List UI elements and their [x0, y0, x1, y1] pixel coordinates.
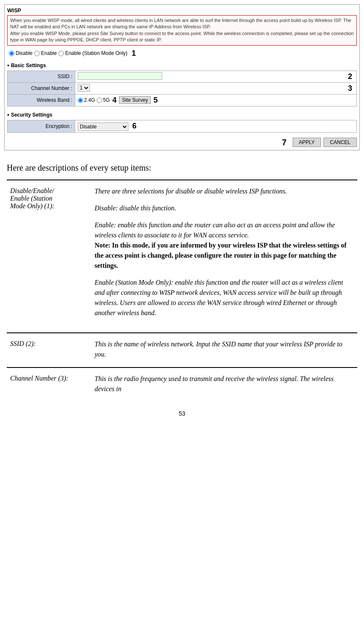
- wireless-band-options: 2.4G 5G 4 Site Survey 5: [78, 96, 354, 105]
- wireless-band-row: Wireless Band : 2.4G 5G 4: [8, 94, 357, 106]
- desc-table-3: Channel Number (3): This is the radio fr…: [7, 371, 357, 397]
- desc-divider-2: [7, 332, 357, 333]
- apply-button[interactable]: APPLY: [293, 138, 321, 147]
- def-1-p3: Enable: enable this function and the rou…: [95, 220, 354, 271]
- ssid-row: SSID : 2: [8, 71, 357, 82]
- basic-settings-table: SSID : 2 Channel Number : 1 3: [7, 71, 357, 106]
- enable-station-text: Enable (Station Mode Only): [65, 50, 127, 56]
- wisp-panel: WISP When you enable WISP mode, all wire…: [4, 4, 360, 150]
- channel-number: 3: [348, 84, 352, 93]
- ssid-label: SSID :: [8, 71, 75, 82]
- disable-radio[interactable]: [9, 51, 14, 56]
- term-2-text: SSID (2):: [10, 340, 36, 347]
- wisp-title: WISP: [7, 7, 357, 14]
- def-3: This is the radio frequency used to tran…: [91, 371, 357, 397]
- encryption-value-cell: Disable WEP WPA-PSK WPA2-PSK 6: [75, 120, 357, 132]
- disable-text: Disable: [16, 50, 33, 56]
- def-2: This is the name of wireless network. In…: [91, 337, 357, 362]
- wisp-info-box: When you enable WISP mode, all wired cli…: [7, 15, 357, 46]
- term-3: Channel Number (3):: [7, 371, 91, 397]
- page-wrapper: WISP When you enable WISP mode, all wire…: [0, 4, 364, 421]
- ssid-value-cell: 2: [75, 71, 357, 82]
- def-1-p4: Enable (Station Mode Only): enable this …: [95, 278, 354, 318]
- band-5g-label[interactable]: 5G: [97, 97, 110, 103]
- desc-divider-3: [7, 367, 357, 368]
- encrypt-number: 6: [132, 122, 136, 130]
- desc-table-1: Disable/Enable/Enable (StationMode Only)…: [7, 184, 357, 327]
- basic-bullet: •: [7, 62, 9, 69]
- term-2: SSID (2):: [7, 337, 91, 362]
- term-1-text: Disable/Enable/Enable (StationMode Only)…: [10, 187, 54, 210]
- security-settings-section: • Security Settings Encryption : Disable…: [7, 112, 357, 133]
- wireless-band-label: Wireless Band :: [8, 94, 75, 106]
- ssid-input[interactable]: [78, 72, 162, 80]
- page-number: 53: [0, 406, 364, 421]
- encryption-select[interactable]: Disable WEP WPA-PSK WPA2-PSK: [78, 122, 128, 131]
- basic-settings-section: • Basic Settings SSID : 2 Channel Number…: [7, 62, 357, 106]
- ssid-number: 2: [348, 72, 352, 81]
- band-number: 4: [112, 96, 117, 105]
- channel-select[interactable]: 1: [78, 84, 90, 92]
- description-divider: [7, 180, 357, 180]
- band-24g-text: 2.4G: [84, 97, 95, 103]
- enable-text: Enable: [41, 50, 57, 56]
- enable-station-radio[interactable]: [58, 51, 64, 56]
- desc-row-2: SSID (2): This is the name of wireless n…: [7, 337, 357, 362]
- channel-row: Channel Number : 1 3: [8, 82, 357, 94]
- cancel-button[interactable]: CANCEL: [323, 138, 357, 147]
- action-buttons-row: 7 APPLY CANCEL: [7, 138, 357, 147]
- site-survey-button[interactable]: Site Survey: [119, 96, 151, 104]
- enable-station-label[interactable]: Enable (Station Mode Only): [58, 50, 127, 56]
- def-1: There are three selections for disable o…: [91, 184, 357, 327]
- term-3-text: Channel Number (3):: [10, 375, 68, 382]
- def-3-text: This is the radio frequency used to tran…: [95, 375, 334, 392]
- survey-number: 5: [153, 96, 158, 105]
- wireless-band-value-cell: 2.4G 5G 4 Site Survey 5: [75, 94, 357, 106]
- channel-label: Channel Number :: [8, 82, 75, 94]
- button-number: 7: [282, 138, 286, 147]
- disable-label[interactable]: Disable: [9, 50, 33, 56]
- enable-label[interactable]: Enable: [34, 50, 57, 56]
- mode-row: Disable Enable Enable (Station Mode Only…: [9, 49, 357, 58]
- security-settings-title: Security Settings: [11, 112, 52, 118]
- encryption-label: Encryption :: [8, 120, 75, 132]
- description-heading: Here are descriptions of every setup ite…: [7, 163, 357, 173]
- term-1: Disable/Enable/Enable (StationMode Only)…: [7, 184, 91, 327]
- band-24g-radio[interactable]: [78, 98, 83, 103]
- desc-row-3: Channel Number (3): This is the radio fr…: [7, 371, 357, 397]
- basic-settings-title: Basic Settings: [11, 63, 46, 68]
- band-24g-label[interactable]: 2.4G: [78, 97, 95, 103]
- security-settings-header: • Security Settings: [7, 112, 357, 118]
- channel-value-cell: 1 3: [75, 82, 357, 94]
- def-1-p2: Disable: disable this function.: [95, 203, 354, 213]
- wisp-info-text: When you enable WISP mode, all wired cli…: [10, 18, 354, 42]
- mode-number: 1: [132, 49, 136, 58]
- def-1-p1: There are three selections for disable o…: [95, 186, 354, 196]
- encryption-row: Encryption : Disable WEP WPA-PSK WPA2-PS…: [8, 120, 357, 132]
- desc-table-2: SSID (2): This is the name of wireless n…: [7, 337, 357, 362]
- band-5g-text: 5G: [103, 97, 110, 103]
- def-1-note: Note: In this mode, if you are informed …: [95, 242, 347, 269]
- def-2-text: This is the name of wireless network. In…: [95, 340, 342, 358]
- security-settings-table: Encryption : Disable WEP WPA-PSK WPA2-PS…: [7, 120, 357, 133]
- description-section: Here are descriptions of every setup ite…: [0, 159, 364, 406]
- desc-row-1: Disable/Enable/Enable (StationMode Only)…: [7, 184, 357, 327]
- security-bullet: •: [7, 112, 9, 118]
- band-5g-radio[interactable]: [97, 98, 102, 103]
- basic-settings-header: • Basic Settings: [7, 62, 357, 69]
- enable-radio[interactable]: [34, 51, 40, 56]
